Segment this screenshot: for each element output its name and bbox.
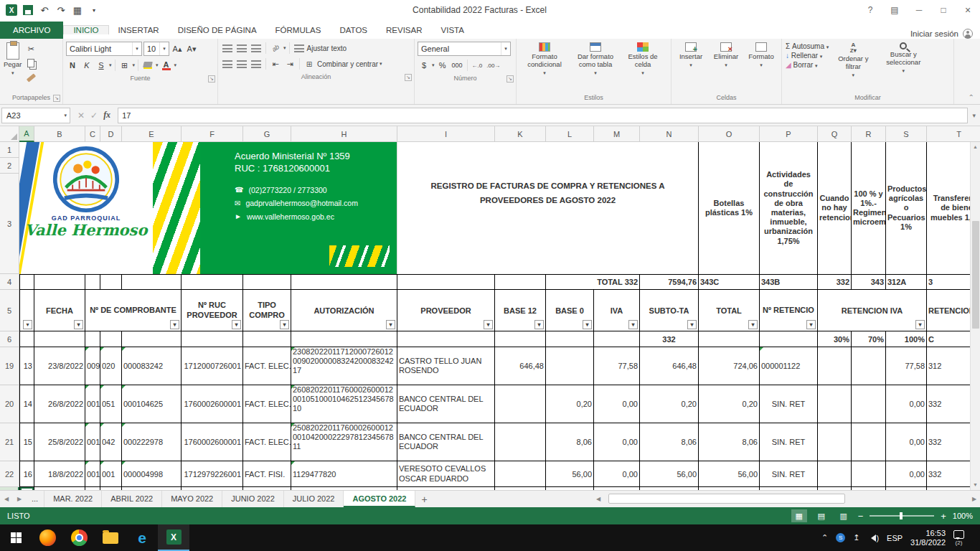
cell-B19[interactable]: 23/8/2022: [34, 347, 85, 385]
cell-A22[interactable]: 16: [19, 461, 34, 487]
cell-F20[interactable]: 1760002600001: [182, 385, 243, 423]
cell-I4[interactable]: [397, 274, 495, 290]
increase-decimal-button[interactable]: ←.0: [471, 59, 484, 72]
cell-G6[interactable]: [243, 331, 291, 347]
cell-O22[interactable]: 56,00: [699, 461, 760, 487]
horizontal-scrollbar[interactable]: ◀ ▶: [593, 491, 980, 507]
insert-cells-button[interactable]: + Insertar▾: [674, 40, 708, 70]
cell-Q22[interactable]: [818, 461, 852, 487]
ribbon-tab-fórmulas[interactable]: FÓRMULAS: [266, 26, 331, 34]
filter-button-N5[interactable]: ▾: [687, 320, 697, 329]
cell-G4[interactable]: [243, 274, 291, 290]
column-header-F[interactable]: F: [182, 126, 243, 142]
cell-C23[interactable]: [85, 487, 100, 490]
zoom-in-button[interactable]: +: [941, 511, 946, 522]
ribbon-tab-revisar[interactable]: REVISAR: [377, 26, 432, 34]
undo-button[interactable]: ↶: [37, 3, 52, 17]
cell-A1[interactable]: GAD PARROQUIAL Valle Hermoso Acuerdo Min…: [19, 142, 397, 274]
scroll-up-icon[interactable]: ▲: [973, 142, 978, 152]
ribbon-tab-inicio[interactable]: INICIO: [63, 25, 108, 34]
sort-filter-button[interactable]: AZ▾ Ordenar y filtrar▾: [830, 40, 876, 80]
align-left-button[interactable]: [221, 57, 234, 70]
sign-in[interactable]: Iniciar sesión: [910, 29, 980, 39]
cell-C22[interactable]: 001: [85, 461, 100, 487]
cell-C20[interactable]: 001: [85, 385, 100, 423]
cell-S20[interactable]: 0,00: [886, 385, 927, 423]
filter-button-P5[interactable]: ▾: [806, 320, 816, 329]
cell-F5[interactable]: Nº RUC PROVEEDOR▾: [182, 290, 243, 331]
cell-P22[interactable]: SIN. RET: [760, 461, 818, 487]
maximize-button[interactable]: □: [931, 0, 956, 20]
cell-P19[interactable]: 000001122: [760, 347, 818, 385]
cell-D4[interactable]: [100, 274, 122, 290]
cell-C21[interactable]: 001: [85, 423, 100, 461]
cell-N23[interactable]: 0,00: [640, 487, 699, 490]
view-normal-button[interactable]: ▦: [791, 509, 807, 522]
cell-R20[interactable]: [852, 385, 886, 423]
percent-format-button[interactable]: %: [436, 59, 449, 72]
cell-C4[interactable]: [85, 274, 100, 290]
cell-M19[interactable]: 77,58: [594, 347, 640, 385]
language-indicator[interactable]: ESP: [887, 534, 903, 542]
ribbon-display-options-button[interactable]: ▤: [882, 0, 907, 20]
cell-L22[interactable]: 56,00: [546, 461, 594, 487]
cell-R21[interactable]: [852, 423, 886, 461]
cell-M23[interactable]: 0,00: [594, 487, 640, 490]
cell-E20[interactable]: 000104625: [122, 385, 182, 423]
font-dialog-launcher[interactable]: ↘: [208, 75, 215, 83]
wrap-text-button[interactable]: [293, 42, 306, 55]
cell-L6[interactable]: [546, 331, 594, 347]
cell-G23[interactable]: FACT. ELEC.: [243, 487, 291, 490]
select-all-button[interactable]: [0, 126, 19, 142]
filter-button-M5[interactable]: ▾: [628, 320, 638, 329]
cell-L21[interactable]: 8,06: [546, 423, 594, 461]
cell-R4[interactable]: 343: [852, 274, 886, 290]
cell-H4[interactable]: [291, 274, 397, 290]
row-header-20[interactable]: 20: [0, 385, 19, 423]
cell-D23[interactable]: [100, 487, 122, 490]
decrease-decimal-button[interactable]: .00→: [485, 59, 501, 72]
cell-S22[interactable]: 0,00: [886, 461, 927, 487]
cell-styles-button[interactable]: Estilos de celda▾: [621, 40, 665, 78]
cell-I6[interactable]: [397, 331, 495, 347]
format-painter-button[interactable]: [24, 71, 37, 84]
sheet-tab-abril-2022[interactable]: ABRIL 2022: [102, 491, 162, 507]
cell-G20[interactable]: FACT. ELEC.: [243, 385, 291, 423]
cell-O6[interactable]: [699, 331, 760, 347]
cell-M21[interactable]: 0,00: [594, 423, 640, 461]
column-header-R[interactable]: R: [852, 126, 886, 142]
touch-mode-button[interactable]: ▦: [70, 3, 85, 17]
decrease-font-size-button[interactable]: A▾: [185, 42, 198, 55]
cell-L20[interactable]: 0,20: [546, 385, 594, 423]
font-size-combo[interactable]: 10▾: [143, 42, 169, 56]
filter-button-K5[interactable]: ▾: [534, 320, 544, 329]
filter-button-A5[interactable]: ▾: [23, 320, 32, 329]
find-select-button[interactable]: Buscar y seleccionar▾: [876, 40, 930, 76]
cell-I23[interactable]: [397, 487, 495, 490]
cell-S23[interactable]: 0,00: [886, 487, 927, 490]
decrease-indent-button[interactable]: ⇤: [269, 57, 282, 70]
column-header-M[interactable]: M: [594, 126, 640, 142]
cell-I19[interactable]: CASTRO TELLO JUAN ROSENDO: [397, 347, 495, 385]
align-top-button[interactable]: [221, 42, 234, 55]
cell-D22[interactable]: 001: [100, 461, 122, 487]
cell-E23[interactable]: [122, 487, 182, 490]
taskbar-excel-icon[interactable]: X: [158, 524, 189, 551]
cell-I5[interactable]: PROVEEDOR▾: [397, 290, 495, 331]
sheet-tab-agosto-2022[interactable]: AGOSTO 2022: [344, 491, 415, 507]
wrap-text-label[interactable]: Ajustar texto: [307, 44, 347, 52]
cell-S21[interactable]: 0,00: [886, 423, 927, 461]
italic-button[interactable]: K: [80, 59, 93, 72]
ribbon-tab-vista[interactable]: VISTA: [432, 26, 473, 34]
sheet-nav-right-icon[interactable]: ▶: [13, 491, 26, 507]
sheet-tab-overflow[interactable]: ...: [26, 491, 44, 507]
cell-Q19[interactable]: [818, 347, 852, 385]
cell-G5[interactable]: TIPO COMPRO▾: [243, 290, 291, 331]
cell-R19[interactable]: [852, 347, 886, 385]
customize-qat-button[interactable]: ▾: [87, 3, 101, 17]
cell-R6[interactable]: 70%: [852, 331, 886, 347]
cell-H21[interactable]: 2508202201176000260001200104200022297812…: [291, 423, 397, 461]
cell-I1[interactable]: REGISTRO DE FACTURAS DE COMPRA Y RETENCI…: [397, 142, 699, 274]
column-header-N[interactable]: N: [640, 126, 699, 142]
cell-P23[interactable]: SIN. RET: [760, 487, 818, 490]
